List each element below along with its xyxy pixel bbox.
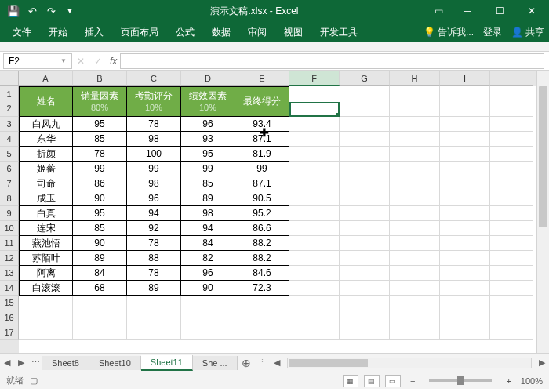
zoom-in-button[interactable]: + <box>503 376 514 386</box>
cell[interactable] <box>440 296 490 310</box>
cell[interactable] <box>440 206 490 221</box>
scroll-thumb[interactable] <box>289 359 368 367</box>
cell[interactable] <box>289 147 340 162</box>
cell[interactable] <box>289 325 340 340</box>
cell[interactable] <box>440 310 490 325</box>
sheet-tab[interactable]: She ... <box>193 356 238 370</box>
cell[interactable] <box>440 251 490 266</box>
col-header[interactable]: I <box>440 71 490 86</box>
cell[interactable]: 87.1 <box>235 132 289 147</box>
cell[interactable] <box>19 310 73 325</box>
cell[interactable] <box>390 147 440 162</box>
cell[interactable] <box>490 191 533 206</box>
cell[interactable] <box>490 281 533 296</box>
cell[interactable] <box>340 221 390 236</box>
cell[interactable]: 89 <box>181 191 235 206</box>
cell[interactable] <box>440 281 490 296</box>
cell[interactable] <box>289 162 340 176</box>
cell[interactable] <box>340 191 390 206</box>
cell[interactable]: 99 <box>73 162 127 176</box>
cell[interactable]: 99 <box>235 162 289 176</box>
row-header[interactable]: 3 <box>0 117 19 132</box>
cell[interactable] <box>490 162 533 176</box>
cell[interactable]: 78 <box>127 236 181 251</box>
cancel-formula-icon[interactable]: ✕ <box>72 56 89 67</box>
cell[interactable]: 95 <box>181 147 235 162</box>
row-header[interactable]: 11 <box>0 236 19 251</box>
cell[interactable]: 95 <box>73 117 127 132</box>
cell[interactable]: 94 <box>127 206 181 221</box>
cell[interactable] <box>490 206 533 221</box>
cell[interactable] <box>390 325 440 340</box>
cell[interactable] <box>490 310 533 325</box>
cell[interactable]: 92 <box>127 221 181 236</box>
cell[interactable]: 98 <box>181 206 235 221</box>
sheet-tab[interactable]: Sheet10 <box>89 356 141 370</box>
cell[interactable]: 84 <box>181 236 235 251</box>
cell[interactable] <box>440 162 490 176</box>
horizontal-scrollbar[interactable] <box>287 358 532 368</box>
cell[interactable]: 100 <box>127 147 181 162</box>
cell[interactable] <box>390 281 440 296</box>
cell[interactable] <box>235 296 289 310</box>
cell[interactable]: 88.2 <box>235 236 289 251</box>
cell[interactable]: 94 <box>181 221 235 236</box>
formula-bar[interactable] <box>120 53 544 69</box>
row-header[interactable]: 12 <box>0 86 19 117</box>
col-header[interactable]: D <box>181 71 235 86</box>
cell[interactable]: 司命 <box>19 176 73 191</box>
cell[interactable]: 88 <box>127 251 181 266</box>
zoom-level[interactable]: 100% <box>521 376 543 386</box>
tab-nav-next[interactable]: ▶ <box>14 358 28 368</box>
cell[interactable] <box>490 236 533 251</box>
cell[interactable] <box>181 310 235 325</box>
cell[interactable]: 90 <box>73 191 127 206</box>
cell[interactable] <box>181 296 235 310</box>
header-attendance[interactable]: 考勤评分10% <box>127 86 181 117</box>
zoom-thumb[interactable] <box>457 376 464 385</box>
cell[interactable]: 87.1 <box>235 176 289 191</box>
cell[interactable]: 95 <box>73 206 127 221</box>
cell[interactable]: 89 <box>127 281 181 296</box>
cell[interactable]: 78 <box>127 117 181 132</box>
cell[interactable] <box>390 251 440 266</box>
cell[interactable]: 82 <box>181 251 235 266</box>
chevron-down-icon[interactable]: ▼ <box>60 57 67 64</box>
col-header[interactable]: B <box>73 71 127 86</box>
cell[interactable]: 99 <box>127 162 181 176</box>
cell[interactable] <box>73 310 127 325</box>
row-header[interactable]: 14 <box>0 281 19 296</box>
cell[interactable]: 78 <box>127 266 181 281</box>
cell[interactable] <box>235 325 289 340</box>
tab-insert[interactable]: 插入 <box>77 23 111 42</box>
cell[interactable]: 白真 <box>19 206 73 221</box>
undo-icon[interactable]: ↶ <box>24 2 41 20</box>
cell[interactable] <box>490 251 533 266</box>
add-sheet-button[interactable]: ⊕ <box>238 357 255 369</box>
hscroll-right[interactable]: ▶ <box>535 358 549 368</box>
row-header[interactable]: 4 <box>0 132 19 147</box>
cell[interactable] <box>490 325 533 340</box>
cell[interactable] <box>289 206 340 221</box>
tab-data[interactable]: 数据 <box>204 23 238 42</box>
tab-pagelayout[interactable]: 页面布局 <box>113 23 166 42</box>
view-normal-button[interactable]: ▦ <box>343 375 358 387</box>
cell[interactable]: 78 <box>73 147 127 162</box>
macro-record-icon[interactable]: ▢ <box>30 376 38 386</box>
cell[interactable] <box>73 296 127 310</box>
select-all-corner[interactable] <box>0 71 19 86</box>
share-button[interactable]: 👤共享 <box>511 26 544 39</box>
cell[interactable]: 84.6 <box>235 266 289 281</box>
cell[interactable] <box>490 176 533 191</box>
cell[interactable]: 72.3 <box>235 281 289 296</box>
cell[interactable] <box>340 310 390 325</box>
col-header[interactable]: E <box>235 71 289 86</box>
cell[interactable]: 86.6 <box>235 221 289 236</box>
col-header[interactable] <box>490 71 533 86</box>
cell[interactable] <box>340 162 390 176</box>
tab-formulas[interactable]: 公式 <box>168 23 202 42</box>
redo-icon[interactable]: ↷ <box>42 2 60 20</box>
cell[interactable]: 阿离 <box>19 266 73 281</box>
cell[interactable]: 98 <box>127 176 181 191</box>
cell[interactable] <box>490 266 533 281</box>
